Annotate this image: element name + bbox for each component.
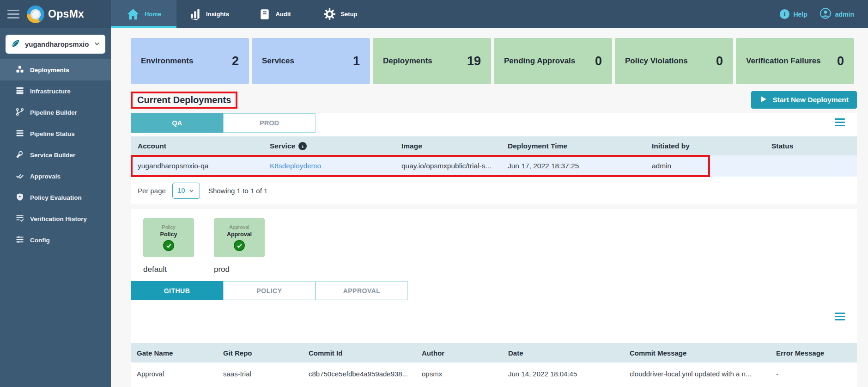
gate-env-labels: default prod — [131, 265, 857, 274]
leaf-icon — [11, 39, 20, 50]
stat-label: Deployments — [383, 56, 432, 66]
user-icon — [819, 7, 832, 21]
stat-card-services[interactable]: Services 1 — [252, 38, 370, 84]
help-button[interactable]: i Help — [780, 9, 807, 19]
stat-card-policy-violations[interactable]: Policy Violations 0 — [615, 38, 733, 84]
github-table-row[interactable]: Approval saas-trial c8b750ce5efdbe4a959a… — [131, 362, 857, 385]
cell-commit-id: c8b750ce5efdbe4a959ade938... — [309, 370, 422, 378]
start-new-deployment-button[interactable]: Start New Deployment — [751, 91, 857, 109]
gate-env-default: default — [143, 265, 214, 274]
col-author: Author — [422, 349, 508, 357]
per-page-select[interactable]: 10 — [172, 183, 200, 199]
sidebar-item-deployments[interactable]: Deployments — [0, 59, 111, 80]
sidebar-item-pipeline-status[interactable]: Pipeline Status — [0, 123, 111, 144]
pipeline-detail-panel: Policy Policy Approval Approval default … — [131, 209, 857, 387]
gate-card-approval[interactable]: Approval Approval — [214, 218, 265, 257]
sidebar-item-approvals[interactable]: Approvals — [0, 166, 111, 187]
shield-icon — [16, 193, 24, 203]
cell-gate-name: Approval — [137, 370, 223, 378]
double-check-icon — [16, 172, 24, 181]
sidebar-menu: Deployments Infrastructure Pipeline Buil… — [0, 59, 111, 251]
history-check-icon — [16, 214, 24, 224]
tab-insights[interactable]: Insights — [176, 0, 242, 28]
sidebar-item-label: Infrastructure — [30, 88, 71, 95]
sidebar-item-config[interactable]: Config — [0, 229, 111, 251]
sidebar-item-label: Pipeline Builder — [30, 109, 77, 116]
stat-value: 0 — [716, 54, 723, 68]
branch-icon — [16, 108, 24, 117]
service-link[interactable]: K8sdeploydemo — [270, 162, 321, 170]
tab-policy[interactable]: POLICY — [223, 281, 316, 300]
user-menu[interactable]: admin — [819, 7, 854, 21]
stat-label: Environments — [141, 56, 193, 66]
opsmx-logo[interactable]: OpsMx — [27, 6, 84, 23]
gate-name: Approval — [227, 231, 252, 238]
sidebar-item-label: Approvals — [30, 173, 61, 180]
stat-value: 2 — [232, 54, 239, 68]
stat-label: Policy Violations — [625, 56, 688, 66]
cell-deployment-time: Jun 17, 2022 18:37:25 — [508, 162, 652, 170]
col-account: Account — [138, 142, 166, 150]
tab-qa[interactable]: QA — [131, 113, 223, 133]
org-name: yugandharopsmxio — [25, 40, 89, 48]
sidebar-item-verification-history[interactable]: Verification History — [0, 208, 111, 229]
col-status: Status — [771, 142, 857, 150]
tab-audit[interactable]: Audit — [242, 0, 308, 28]
help-label: Help — [793, 11, 807, 18]
cell-author: opsmx — [422, 370, 508, 378]
table-menu-icon[interactable] — [835, 313, 845, 320]
stats-row: Environments 2 Services 1 Deployments 19… — [131, 38, 857, 84]
sidebar-item-infrastructure[interactable]: Infrastructure — [0, 80, 111, 102]
stat-card-environments[interactable]: Environments 2 — [131, 38, 249, 84]
col-image: Image — [401, 142, 508, 150]
tab-setup[interactable]: Setup — [308, 0, 373, 28]
tab-prod[interactable]: PROD — [223, 113, 316, 133]
cell-git-repo: saas-trial — [223, 370, 309, 378]
sidebar-item-label: Pipeline Status — [30, 130, 75, 137]
check-circle-icon — [234, 240, 245, 251]
col-date: Date — [508, 349, 630, 357]
current-deployments-panel: QA PROD Account Service i Image Deployme… — [131, 113, 857, 204]
showing-text: Showing 1 to 1 of 1 — [208, 187, 267, 195]
gate-cards: Policy Policy Approval Approval — [131, 218, 857, 257]
gate-type: Policy — [162, 224, 175, 230]
col-commit-id: Commit Id — [309, 349, 422, 357]
start-button-label: Start New Deployment — [772, 96, 849, 104]
stat-value: 19 — [467, 54, 481, 68]
stat-card-verification-failures[interactable]: Verification Failures 0 — [736, 38, 854, 84]
info-icon: i — [780, 9, 789, 19]
stat-card-deployments[interactable]: Deployments 19 — [373, 38, 491, 84]
table-menu-icon[interactable] — [835, 118, 845, 126]
opsmx-logo-icon — [27, 6, 44, 23]
chevron-down-icon — [93, 40, 101, 49]
sidebar-item-label: Service Builder — [30, 152, 75, 159]
chevron-down-icon — [188, 188, 194, 194]
stat-value: 0 — [595, 54, 602, 68]
user-label: admin — [835, 11, 854, 18]
cell-initiated-by: admin — [652, 162, 771, 170]
stat-value: 0 — [837, 54, 844, 68]
per-page-label: Per page — [138, 187, 166, 195]
sidebar-item-pipeline-builder[interactable]: Pipeline Builder — [0, 102, 111, 123]
col-git-repo: Git Repo — [223, 349, 309, 357]
stat-label: Pending Approvals — [504, 56, 575, 66]
gate-type: Approval — [229, 224, 249, 230]
sidebar-item-service-builder[interactable]: Service Builder — [0, 144, 111, 166]
sidebar-item-policy-evaluation[interactable]: Policy Evaluation — [0, 187, 111, 208]
org-selector[interactable]: yugandharopsmxio — [6, 35, 105, 54]
main-content: Environments 2 Services 1 Deployments 19… — [111, 28, 868, 387]
sidebar-item-label: Verification History — [30, 215, 87, 222]
tab-approval[interactable]: APPROVAL — [316, 281, 408, 300]
deployment-row[interactable]: yugandharopsmxio-qa K8sdeploydemo quay.i… — [131, 155, 857, 177]
gate-env-prod: prod — [214, 265, 285, 274]
tab-github[interactable]: GITHUB — [131, 281, 223, 300]
stat-label: Verification Failures — [746, 56, 821, 66]
service-info-icon[interactable]: i — [298, 142, 307, 150]
bars-icon — [16, 129, 24, 139]
stat-label: Services — [262, 56, 294, 66]
cell-account: yugandharopsmxio-qa — [138, 162, 270, 170]
hamburger-menu-icon[interactable] — [7, 10, 19, 18]
tab-home[interactable]: Home — [111, 0, 176, 28]
gate-card-policy[interactable]: Policy Policy — [143, 218, 194, 257]
stat-card-pending-approvals[interactable]: Pending Approvals 0 — [494, 38, 612, 84]
